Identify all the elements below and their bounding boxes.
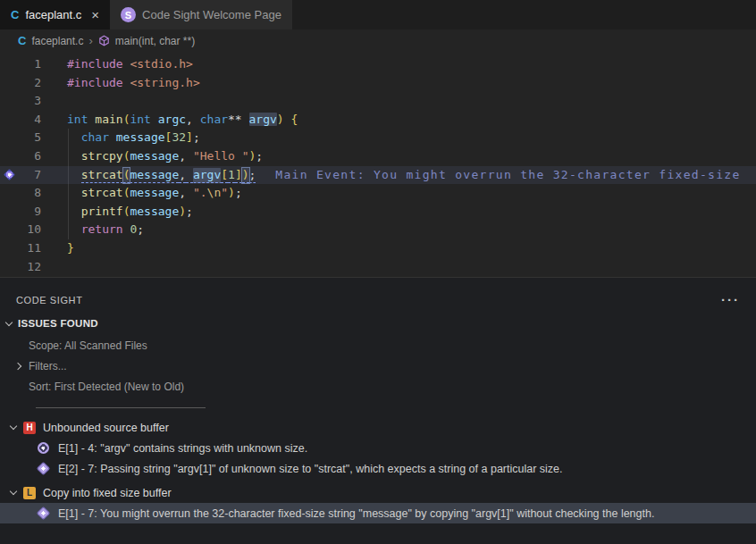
code-line[interactable]: 9 printf(message); xyxy=(0,203,756,222)
issue-row[interactable]: E[2] - 7: Passing string "argv[1]" of un… xyxy=(0,458,756,479)
code-lines: 1#include <stdio.h>2#include <string.h>3… xyxy=(0,55,756,276)
line-number: 9 xyxy=(18,203,41,222)
code-token xyxy=(284,113,291,126)
line-number: 12 xyxy=(18,258,41,277)
gutter xyxy=(0,111,18,130)
code-text xyxy=(41,258,67,277)
breadcrumb-symbol[interactable]: main(int, char **) xyxy=(115,35,195,47)
inline-issue-hint: Main Event: You might overrun the 32-cha… xyxy=(275,168,740,181)
code-line[interactable]: 8 strcat(message, ".\n"); xyxy=(0,184,756,203)
code-token: <string.h> xyxy=(130,76,199,89)
tab-inactive[interactable]: SCode Sight Welcome Page xyxy=(110,0,293,29)
issue-row[interactable]: E[1] - 7: You might overrun the 32-chara… xyxy=(0,503,756,523)
line-number: 6 xyxy=(18,147,41,166)
code-token: ; xyxy=(186,205,193,218)
code-line[interactable]: 5 char message[32]; xyxy=(0,129,756,147)
code-token xyxy=(67,130,81,144)
code-token xyxy=(186,186,193,199)
code-token: message xyxy=(130,149,179,163)
code-token: main xyxy=(95,113,122,126)
tab-active[interactable]: Cfaceplant.c× xyxy=(0,0,110,29)
breadcrumb-file[interactable]: faceplant.c xyxy=(31,35,83,47)
issue-group-header[interactable]: LCopy into fixed size buffer xyxy=(0,482,756,503)
issue-group-header[interactable]: HUnbounded source buffer xyxy=(0,417,756,438)
code-line[interactable]: 4int main(int argc, char** argv) { xyxy=(0,111,756,130)
code-token xyxy=(186,168,193,183)
code-token: ) xyxy=(179,205,186,218)
code-token: ) xyxy=(277,113,284,126)
code-text: printf(message); xyxy=(41,203,193,222)
code-token xyxy=(67,222,81,236)
code-line[interactable]: 6 strcpy(message, "Hello "); xyxy=(0,147,756,166)
panel-header: CODE SIGHT ··· xyxy=(0,289,756,312)
code-text: #include <stdio.h> xyxy=(41,55,193,74)
code-token: \n xyxy=(207,186,222,199)
code-line[interactable]: 12 xyxy=(0,258,756,277)
control-label: Sort: First Detected (New to Old) xyxy=(29,381,184,393)
code-token: int xyxy=(67,113,88,126)
code-line[interactable]: 11} xyxy=(0,239,756,258)
code-token xyxy=(67,205,81,218)
code-line[interactable]: 7 strcat(message, argv[1]);Main Event: Y… xyxy=(0,166,756,185)
code-line[interactable]: 2#include <string.h> xyxy=(0,74,756,93)
code-token: ; xyxy=(256,149,263,163)
gutter xyxy=(0,258,18,277)
code-editor-window: Cfaceplant.c×SCode Sight Welcome Page C … xyxy=(0,0,756,544)
gutter xyxy=(0,129,18,147)
issue-group-title: Copy into fixed size buffer xyxy=(43,487,172,499)
code-token xyxy=(186,149,193,163)
code-token: 32 xyxy=(172,130,186,144)
panel-control[interactable]: Sort: First Detected (New to Old) xyxy=(0,376,756,397)
code-token: ) xyxy=(242,168,249,183)
issue-marker-icon[interactable] xyxy=(4,169,15,180)
panel-control[interactable]: Scope: All Scanned Files xyxy=(0,335,756,356)
chevron-down-icon xyxy=(5,318,13,325)
code-token: message xyxy=(130,205,179,218)
codesight-icon: S xyxy=(121,7,136,22)
code-token: { xyxy=(291,113,298,126)
gutter xyxy=(0,147,18,166)
more-actions-icon[interactable]: ··· xyxy=(721,297,740,304)
code-text: #include <string.h> xyxy=(41,74,200,93)
code-token: argv xyxy=(249,113,277,126)
chevron-down-icon xyxy=(10,488,17,495)
code-token: ; xyxy=(137,222,144,236)
issue-groups: HUnbounded source bufferE[1] - 4: "argv"… xyxy=(0,417,756,523)
tab-label: Code Sight Welcome Page xyxy=(142,8,281,21)
code-token: char xyxy=(200,113,228,126)
chevron-right-icon xyxy=(14,362,21,369)
code-token xyxy=(67,149,81,163)
code-text: return 0; xyxy=(41,221,144,239)
code-line[interactable]: 3 xyxy=(0,92,756,111)
code-line[interactable]: 1#include <stdio.h> xyxy=(0,55,756,74)
code-token: ] xyxy=(186,130,193,144)
panel-control[interactable]: Filters... xyxy=(0,356,756,376)
line-number: 1 xyxy=(18,55,41,74)
code-line[interactable]: 10 return 0; xyxy=(0,221,756,239)
issues-found-label: ISSUES FOUND xyxy=(18,318,98,329)
code-token: strcpy xyxy=(81,149,123,163)
code-token: 1 xyxy=(228,168,235,183)
code-token xyxy=(67,186,81,199)
code-editor[interactable]: 1#include <stdio.h>2#include <string.h>3… xyxy=(0,52,756,277)
issue-group-title: Unbounded source buffer xyxy=(43,422,169,434)
issue-text: E[1] - 4: "argv" contains strings with u… xyxy=(58,442,307,455)
breadcrumb: C faceplant.c › main(int, char **) xyxy=(0,29,756,52)
issue-row[interactable]: E[1] - 4: "argv" contains strings with u… xyxy=(0,438,756,458)
code-token: ; xyxy=(249,168,256,183)
code-token: " xyxy=(221,186,228,199)
close-icon[interactable]: × xyxy=(91,8,99,21)
code-text: } xyxy=(41,239,74,258)
code-token: return xyxy=(81,222,123,236)
divider xyxy=(36,407,206,408)
code-token: "Hello " xyxy=(193,149,249,163)
severity-badge: L xyxy=(23,487,36,499)
control-label: Scope: All Scanned Files xyxy=(29,339,147,352)
code-token: ] xyxy=(235,168,242,183)
code-text: strcpy(message, "Hello "); xyxy=(41,147,263,166)
code-token: #include xyxy=(67,76,123,89)
symbol-cube-icon xyxy=(98,35,110,46)
code-token: argc xyxy=(158,113,186,126)
issues-found-section[interactable]: ISSUES FOUND xyxy=(0,312,756,335)
code-token: , xyxy=(179,186,186,199)
